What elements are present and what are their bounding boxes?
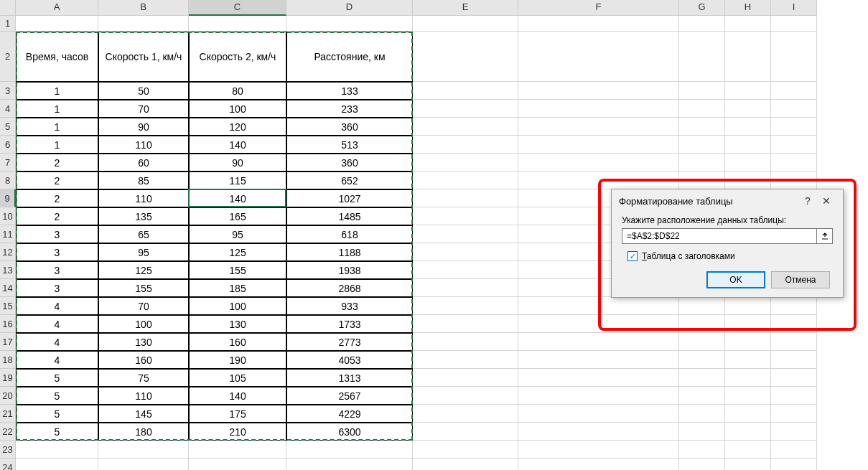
cell-G18[interactable]	[679, 351, 725, 369]
table-cell-C15[interactable]: 100	[189, 297, 286, 315]
cell-E8[interactable]	[413, 171, 518, 189]
cell-G22[interactable]	[679, 423, 725, 441]
table-cell-C13[interactable]: 155	[189, 261, 286, 279]
cell-E16[interactable]	[413, 315, 518, 333]
table-cell-D11[interactable]: 618	[286, 225, 413, 243]
table-cell-A7[interactable]: 2	[16, 154, 98, 171]
row-headers[interactable]: 123456789101112131415161718192021222324	[0, 16, 16, 470]
table-cell-C3[interactable]: 80	[189, 82, 286, 100]
cell-A24[interactable]	[16, 459, 98, 470]
cell-H18[interactable]	[725, 351, 771, 369]
table-header-C[interactable]: Скорость 2, км/ч	[189, 32, 286, 82]
cell-E18[interactable]	[413, 351, 518, 369]
cell-E7[interactable]	[413, 154, 518, 171]
column-header-D[interactable]: D	[286, 0, 413, 16]
row-header-7[interactable]: 7	[0, 154, 16, 171]
cell-E3[interactable]	[413, 82, 518, 100]
cell-H20[interactable]	[725, 387, 771, 405]
cell-C24[interactable]	[189, 459, 286, 470]
column-header-I[interactable]: I	[771, 0, 817, 16]
table-cell-B7[interactable]: 60	[98, 154, 189, 171]
cell-H21[interactable]	[725, 405, 771, 423]
cell-E14[interactable]	[413, 279, 518, 297]
cell-F21[interactable]	[518, 405, 679, 423]
row-header-2[interactable]: 2	[0, 32, 16, 82]
column-header-E[interactable]: E	[413, 0, 518, 16]
cell-B1[interactable]	[98, 16, 189, 32]
table-cell-B17[interactable]: 130	[98, 333, 189, 351]
table-cell-C9[interactable]: 140	[189, 189, 286, 207]
table-cell-D4[interactable]: 233	[286, 100, 413, 118]
cell-F17[interactable]	[518, 333, 679, 351]
table-header-B[interactable]: Скорость 1, км/ч	[98, 32, 189, 82]
cell-D24[interactable]	[286, 459, 413, 470]
table-cell-B16[interactable]: 100	[98, 315, 189, 333]
table-cell-A6[interactable]: 1	[16, 136, 98, 154]
row-header-20[interactable]: 20	[0, 387, 16, 405]
dialog-help-button[interactable]: ?	[798, 195, 817, 207]
row-header-14[interactable]: 14	[0, 279, 16, 297]
cell-F5[interactable]	[518, 118, 679, 136]
table-cell-C18[interactable]: 190	[189, 351, 286, 369]
table-cell-D9[interactable]: 1027	[286, 189, 413, 207]
cell-E23[interactable]	[413, 441, 518, 459]
cell-H2[interactable]	[725, 32, 771, 82]
table-cell-A21[interactable]: 5	[16, 405, 98, 423]
table-cell-A15[interactable]: 4	[16, 297, 98, 315]
cell-H15[interactable]	[725, 297, 771, 315]
table-cell-C17[interactable]: 160	[189, 333, 286, 351]
row-header-8[interactable]: 8	[0, 171, 16, 189]
cell-I19[interactable]	[771, 369, 817, 387]
select-all-corner[interactable]	[0, 0, 16, 16]
table-cell-B11[interactable]: 65	[98, 225, 189, 243]
cell-G21[interactable]	[679, 405, 725, 423]
table-cell-A20[interactable]: 5	[16, 387, 98, 405]
cell-F6[interactable]	[518, 136, 679, 154]
table-cell-A11[interactable]: 3	[16, 225, 98, 243]
cell-H17[interactable]	[725, 333, 771, 351]
table-cell-C11[interactable]: 95	[189, 225, 286, 243]
cell-H19[interactable]	[725, 369, 771, 387]
cell-H8[interactable]	[725, 171, 771, 189]
table-cell-C5[interactable]: 120	[189, 118, 286, 136]
table-cell-C8[interactable]: 115	[189, 171, 286, 189]
cell-I8[interactable]	[771, 171, 817, 189]
table-cell-A3[interactable]: 1	[16, 82, 98, 100]
cell-E6[interactable]	[413, 136, 518, 154]
row-header-23[interactable]: 23	[0, 441, 16, 459]
cell-I20[interactable]	[771, 387, 817, 405]
table-cell-B18[interactable]: 160	[98, 351, 189, 369]
table-cell-C12[interactable]: 125	[189, 243, 286, 261]
column-header-H[interactable]: H	[725, 0, 771, 16]
cell-E4[interactable]	[413, 100, 518, 118]
table-cell-A22[interactable]: 5	[16, 423, 98, 441]
table-cell-D17[interactable]: 2773	[286, 333, 413, 351]
table-cell-D12[interactable]: 1188	[286, 243, 413, 261]
cell-I23[interactable]	[771, 441, 817, 459]
cell-I17[interactable]	[771, 333, 817, 351]
cell-G19[interactable]	[679, 369, 725, 387]
cell-F16[interactable]	[518, 315, 679, 333]
row-header-18[interactable]: 18	[0, 351, 16, 369]
row-header-15[interactable]: 15	[0, 297, 16, 315]
cell-B24[interactable]	[98, 459, 189, 470]
row-header-16[interactable]: 16	[0, 315, 16, 333]
row-header-13[interactable]: 13	[0, 261, 16, 279]
cell-F3[interactable]	[518, 82, 679, 100]
cell-F24[interactable]	[518, 459, 679, 470]
headers-checkbox-row[interactable]: ✓ Таблица с заголовками	[627, 251, 833, 261]
table-cell-A18[interactable]: 4	[16, 351, 98, 369]
table-cell-B9[interactable]: 110	[98, 189, 189, 207]
cell-F18[interactable]	[518, 351, 679, 369]
row-header-5[interactable]: 5	[0, 118, 16, 136]
cell-A23[interactable]	[16, 441, 98, 459]
row-header-10[interactable]: 10	[0, 207, 16, 225]
table-cell-B21[interactable]: 145	[98, 405, 189, 423]
cell-E21[interactable]	[413, 405, 518, 423]
cell-E9[interactable]	[413, 189, 518, 207]
table-cell-A9[interactable]: 2	[16, 189, 98, 207]
row-header-4[interactable]: 4	[0, 100, 16, 118]
table-cell-C4[interactable]: 100	[189, 100, 286, 118]
cell-F8[interactable]	[518, 171, 679, 189]
cell-E5[interactable]	[413, 118, 518, 136]
